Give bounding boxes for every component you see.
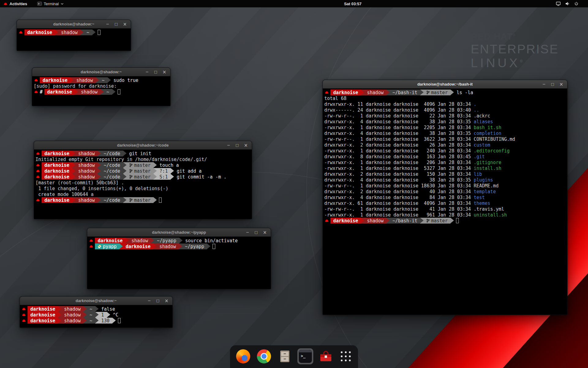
close-button[interactable]: × [162,68,166,76]
close-button[interactable]: × [123,20,127,29]
terminal-body[interactable]: darknoiseshadow~/code git initInitialize… [34,150,252,219]
powerline-segment-status: 130 [99,318,112,324]
powerline-segment-path: ~ [84,29,92,35]
minimize-button[interactable]: − [106,20,109,29]
powerline-separator [420,90,424,95]
command-text: touch a [157,163,179,168]
terminal-body[interactable]: darknoiseshadow~/pyapp source bin/activa… [87,237,271,289]
close-button[interactable]: × [559,80,563,89]
window-titlebar[interactable]: darknoise@shadow:~/pyapp−□× [87,228,271,237]
close-button[interactable]: × [244,141,248,150]
output-line: -rwxrwxr-x. 1 darknoise darknoise 5327 J… [324,165,566,171]
window-titlebar[interactable]: darknoise@shadow:~−□× [17,20,131,29]
maximize-button[interactable]: □ [115,20,118,29]
powerline-separator [125,238,129,243]
powerline-separator [96,77,99,83]
power-icon[interactable] [572,0,581,7]
terminal-window-bash-it[interactable]: darknoise@shadow:~/bash-it−□×darknoisesh… [322,80,567,315]
dock-item-toolbox[interactable] [318,348,334,365]
window-controls: −□× [542,80,567,89]
clock[interactable]: Sat 03:57 [344,0,361,7]
maximize-button[interactable]: □ [154,68,157,76]
powerline-segment-host: shadow [364,218,386,224]
redhat-prompt-icon [22,307,26,311]
executable-name: bash_it.sh [474,125,501,130]
terminal-window-sudo[interactable]: darknoise@shadow:~−□×darknoiseshadow~ su… [32,67,171,106]
maximize-button[interactable]: □ [156,297,159,305]
powerline-segment-user: darknoise [42,151,72,156]
terminal-body[interactable]: darknoiseshadow~/bash-itmaster ls -latot… [323,89,567,315]
output-line: -rw-rw-r--. 1 darknoise darknoise 18630 … [324,183,566,189]
display-icon[interactable] [554,0,563,7]
powerline-segment-venv: pyapp [95,243,119,249]
chevron-down-icon[interactable] [581,0,585,7]
redhat-prompt-icon [36,175,40,178]
window-titlebar[interactable]: darknoise@shadow:~−□× [20,297,172,305]
maximize-button[interactable]: □ [551,80,554,89]
powerline-segment-path: ~/pyapp [182,243,207,249]
rhel-wordmark: RED HAT®ENTERPRISELINUX® [471,32,559,70]
powerline-separator [72,174,75,180]
maximize-button[interactable]: □ [254,228,258,237]
powerline-segment-user: darknoise [42,162,72,168]
dock-item-files[interactable] [277,348,293,365]
powerline-segment-host: shadow [75,168,97,174]
redhat-prompt-icon [89,245,93,248]
close-button[interactable]: × [164,297,168,305]
dock-item-appgrid[interactable] [338,349,353,364]
powerline-segment-path: ~/bash-it [390,218,420,224]
powerline-separator [80,29,84,35]
app-menu-button[interactable]: Terminal [34,0,67,7]
close-button[interactable]: × [263,228,267,237]
terminal-window-home-a[interactable]: darknoise@shadow:~−□×darknoiseshadow~ [17,20,131,51]
powerline-separator [386,218,390,224]
prompt-line: darknoiseshadow~ sudo true [34,77,169,83]
terminal-text: 1 file changed, 0 insertions(+), 0 delet… [36,186,168,191]
terminal-window-pyapp[interactable]: darknoise@shadow:~/pyapp−□×darknoiseshad… [87,228,271,289]
window-titlebar[interactable]: darknoise@shadow:~−□× [32,68,170,76]
terminal-text: drwxrwxr-x. 2 darknoise darknoise 40 Jan… [324,189,474,194]
powerline-separator [153,168,157,174]
powerline-segment-git: master [126,174,153,180]
powerline-separator [95,306,99,312]
output-line: drwxrwxr-x. 4 darknoise darknoise 38 Jan… [324,130,566,136]
volume-icon[interactable] [563,0,572,7]
dock-item-terminal[interactable]: >_ [297,348,313,364]
powerline-separator [107,77,111,83]
terminal-text: drwxrwxr-x. 11 darknoise darknoise 4096 … [324,102,474,107]
terminal-text: Initialized empty Git repository in /hom… [36,157,207,162]
window-titlebar[interactable]: darknoise@shadow:~/bash-it−□× [323,80,567,89]
minimize-button[interactable]: − [542,80,546,89]
branch-icon [129,169,133,173]
minimize-button[interactable]: − [227,141,230,150]
maximize-button[interactable]: □ [236,141,239,150]
system-status-area[interactable] [554,0,588,7]
powerline-segment-path: ~ [87,318,95,324]
window-titlebar[interactable]: darknoise@shadow:~/code−□× [34,141,252,150]
minimize-button[interactable]: − [246,228,249,237]
activities-button[interactable]: Activities [0,0,31,7]
powerline-segment-host: shadow [75,174,97,180]
terminal-app-icon [37,2,42,6]
branch-icon [129,198,133,202]
terminal-text: .travis.yml [474,206,504,212]
terminal-window-home-b[interactable]: darknoise@shadow:~−□×darknoiseshadow~ fa… [20,296,173,328]
directory-name: .git [474,154,485,159]
powerline-separator [58,312,61,318]
terminal-window-code[interactable]: darknoise@shadow:~/code−□×darknoiseshado… [34,141,252,219]
powerline-separator [58,318,61,324]
dock-item-chrome[interactable] [256,348,272,365]
minimize-button[interactable]: − [145,68,149,76]
terminal-body[interactable]: darknoiseshadow~ sudo true[sudo] passwor… [32,76,170,106]
output-line: Initialized empty Git repository in /hom… [36,156,250,162]
powerline-separator [179,238,183,243]
powerline-segment-user: darknoise [42,197,72,203]
powerline-separator [153,174,157,180]
terminal-text: -rwxrwxr-x. 1 darknoise darknoise 2205 J… [324,125,474,130]
terminal-body[interactable]: darknoiseshadow~ falsedarknoiseshadow~1 … [20,305,172,328]
dock-item-firefox[interactable] [235,348,251,365]
terminal-body[interactable]: darknoiseshadow~ [17,29,131,51]
powerline-separator [75,89,78,95]
executable-name: install.sh [474,166,501,171]
minimize-button[interactable]: − [148,297,151,305]
